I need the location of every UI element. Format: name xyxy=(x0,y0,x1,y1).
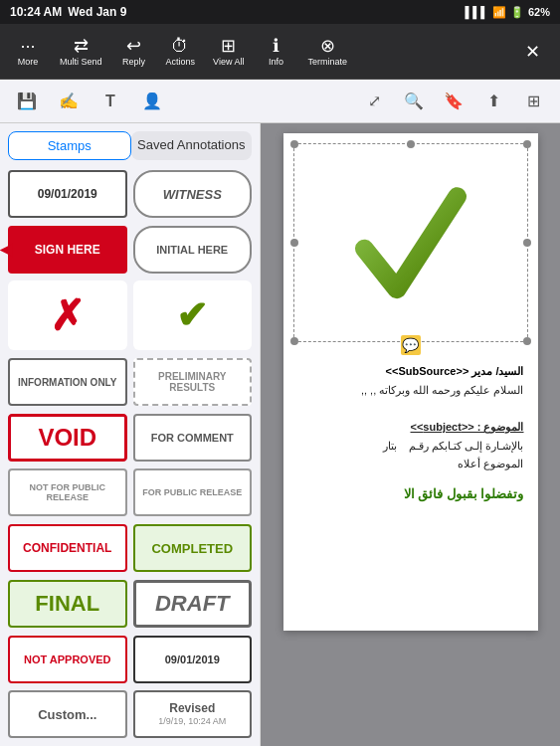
document-page: 💬 السيد/ مدير <<SubSource>> السلام عليكم… xyxy=(283,133,538,631)
subject-line: الموضوع : <<subject>> xyxy=(297,418,524,437)
view-all-button[interactable]: ⊞ View All xyxy=(205,33,252,71)
stamp-check-mark[interactable]: ✔ xyxy=(133,280,253,350)
user-button[interactable]: 👤 xyxy=(135,85,169,118)
handle-top-right[interactable] xyxy=(523,140,531,148)
handle-bot-left[interactable] xyxy=(290,337,298,345)
multi-send-button[interactable]: ⇄ Multi Send xyxy=(52,33,110,71)
secondary-toolbar: 💾 ✍ T 👤 ⤢ 🔍 🔖 ⬆ ⊞ xyxy=(0,80,560,123)
stamp-completed[interactable]: COMPLETED xyxy=(133,524,253,572)
body-line-1: بالإشـارة إلـى كتـابكم رقـم بتار xyxy=(297,437,524,456)
handle-mid-left[interactable] xyxy=(290,239,298,247)
stamp-custom[interactable]: Custom... xyxy=(8,690,127,738)
stamp-void[interactable]: VOID xyxy=(8,414,127,462)
multi-send-icon: ⇄ xyxy=(74,37,89,55)
multi-send-label: Multi Send xyxy=(60,57,102,67)
reply-icon: ↩ xyxy=(126,37,141,55)
stamp-for-public[interactable]: FOR PUBLIC RELEASE xyxy=(133,468,253,516)
big-checkmark xyxy=(324,164,497,333)
stamps-panel: Stamps Saved Annotations 09/01/2019 WITN… xyxy=(0,123,261,746)
checkmark-svg xyxy=(351,179,470,318)
battery-percent: 62% xyxy=(528,6,550,18)
info-icon: ℹ xyxy=(273,37,280,55)
terminate-label: Terminate xyxy=(307,57,347,67)
stamp-info-only[interactable]: INFORMATION ONLY xyxy=(8,358,127,406)
reply-button[interactable]: ↩ Reply xyxy=(112,33,156,71)
handle-mid-right[interactable] xyxy=(523,239,531,247)
stamps-grid: 09/01/2019 WITNESS SIGN HERE INITIAL HER… xyxy=(0,164,260,746)
body-line-2: الموضوع أعلاه xyxy=(297,455,524,473)
wifi-icon: 📶 xyxy=(492,6,506,19)
stamp-draft[interactable]: DRAFT xyxy=(133,580,253,628)
view-all-label: View All xyxy=(213,57,244,67)
note-icon: 💬 xyxy=(401,335,421,355)
sign-here-label: SIGN HERE xyxy=(35,243,100,257)
selection-box[interactable]: 💬 xyxy=(293,143,528,342)
info-label: Info xyxy=(269,57,283,67)
revised-date: 1/9/19, 10:24 AM xyxy=(158,716,226,728)
stamp-prelim[interactable]: PRELIMINARY RESULTS xyxy=(133,358,253,406)
date: Wed Jan 9 xyxy=(68,5,126,19)
stamp-initial-here[interactable]: INITIAL HERE xyxy=(133,226,253,274)
toolbar-right-buttons: ⤢ 🔍 🔖 ⬆ ⊞ xyxy=(357,85,550,118)
close-button[interactable]: ✕ xyxy=(510,37,554,67)
stamp-witness[interactable]: WITNESS xyxy=(133,170,253,218)
terminate-icon: ⊗ xyxy=(320,37,335,55)
actions-label: Actions xyxy=(166,57,196,67)
bookmark-button[interactable]: 🔖 xyxy=(437,85,470,118)
time: 10:24 AM xyxy=(10,5,62,19)
stamp-date2[interactable]: 09/01/2019 xyxy=(133,636,253,683)
signal-icon: ▌▌▌ xyxy=(466,6,488,18)
close-icon: ✕ xyxy=(525,41,540,63)
actions-icon: ⏱ xyxy=(171,37,189,55)
stamp-not-approved[interactable]: NOT APPROVED xyxy=(8,636,127,683)
reply-label: Reply xyxy=(122,57,145,67)
stamp-not-for-public[interactable]: NOT FOR PUBLIC RELEASE xyxy=(8,468,127,516)
sender-line: السيد/ مدير <<SubSource>> xyxy=(297,362,524,381)
stamp-x-mark[interactable]: ✗ xyxy=(8,280,127,350)
terminate-button[interactable]: ⊗ Terminate xyxy=(299,33,355,71)
toolbar-left-group: ··· More ⇄ Multi Send ↩ Reply ⏱ Actions … xyxy=(6,33,355,71)
sign-button[interactable]: ✍ xyxy=(52,85,86,118)
save-button[interactable]: 💾 xyxy=(10,85,44,118)
share-button[interactable]: ⬆ xyxy=(476,85,510,118)
document-text: السيد/ مدير <<SubSource>> السلام عليكم و… xyxy=(293,362,528,505)
more-label: More xyxy=(18,57,39,67)
stamp-confidential[interactable]: CONFIDENTIAL xyxy=(8,524,127,572)
battery-icon: 🔋 xyxy=(510,6,524,19)
stamps-tabs: Stamps Saved Annotations xyxy=(0,123,260,164)
stamp-revised[interactable]: Revised 1/9/19, 10:24 AM xyxy=(133,690,253,738)
revised-label: Revised xyxy=(169,701,215,717)
tab-saved-annotations[interactable]: Saved Annotations xyxy=(131,131,253,160)
top-toolbar: ··· More ⇄ Multi Send ↩ Reply ⏱ Actions … xyxy=(0,24,560,80)
status-bar: 10:24 AM Wed Jan 9 ▌▌▌ 📶 🔋 62% xyxy=(0,0,560,24)
handle-bot-right[interactable] xyxy=(523,337,531,345)
stamp-final[interactable]: FINAL xyxy=(8,580,127,628)
tab-stamps[interactable]: Stamps xyxy=(8,131,131,160)
stamp-for-comment[interactable]: FOR COMMENT xyxy=(133,414,253,462)
more-icon: ··· xyxy=(20,37,35,55)
main-area: Stamps Saved Annotations 09/01/2019 WITN… xyxy=(0,123,560,746)
info-button[interactable]: ℹ Info xyxy=(254,33,297,71)
handle-top-left[interactable] xyxy=(290,140,298,148)
greeting-line: السلام عليكم ورحمه الله وبركاته ,, ,, xyxy=(297,381,524,400)
stamp-sign-here[interactable]: SIGN HERE xyxy=(8,226,127,274)
closing-line: وتفضلوا بقبول فائق الا xyxy=(297,483,524,505)
handle-top-center[interactable] xyxy=(407,140,415,148)
text-button[interactable]: T xyxy=(93,85,127,118)
search-button[interactable]: 🔍 xyxy=(397,85,431,118)
grid-button[interactable]: ⊞ xyxy=(516,85,550,118)
actions-button[interactable]: ⏱ Actions xyxy=(158,33,204,71)
stamp-date1[interactable]: 09/01/2019 xyxy=(8,170,127,218)
expand-button[interactable]: ⤢ xyxy=(357,85,391,118)
document-panel: 💬 السيد/ مدير <<SubSource>> السلام عليكم… xyxy=(261,123,560,746)
more-button[interactable]: ··· More xyxy=(6,33,50,71)
view-all-icon: ⊞ xyxy=(221,37,236,55)
